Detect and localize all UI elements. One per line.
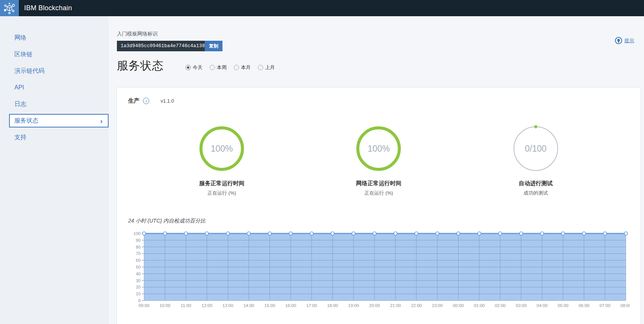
gauges-row: 100%服务正常运行时间正在运行 (%)100%网络正常运行时间正在运行 (%)… xyxy=(117,126,641,197)
blockchain-cube-icon xyxy=(3,2,16,15)
chart-title: 24 小时 (UTC) 内自检成功百分比 xyxy=(128,218,629,224)
time-filter-label: 今天 xyxy=(193,64,202,71)
time-filter-option-2[interactable]: 本月 xyxy=(234,64,251,71)
x-tick-label: 18:00 xyxy=(327,303,338,308)
x-tick-label: 06:00 xyxy=(578,303,589,308)
gauge-title: 自动进行测试 xyxy=(479,180,592,187)
data-point-marker xyxy=(435,232,439,235)
y-tick-label: 10 xyxy=(136,292,141,296)
y-tick-label: 40 xyxy=(136,272,141,276)
y-tick-label: 70 xyxy=(136,251,141,256)
x-tick-label: 11:00 xyxy=(181,303,191,308)
data-point-marker xyxy=(226,232,230,235)
time-filter-label: 本月 xyxy=(241,64,251,71)
main-content: 入门模板网络标识 1a3d9485cc09461ba4e7746c4a13895… xyxy=(109,16,644,324)
data-point-marker xyxy=(624,232,628,235)
x-tick-label: 09:00 xyxy=(139,303,150,308)
sidebar-item-support[interactable]: 支持 xyxy=(0,129,109,146)
data-point-marker xyxy=(205,232,209,235)
info-icon[interactable]: i xyxy=(143,98,149,104)
time-filter-label: 上月 xyxy=(265,64,275,71)
x-tick-label: 20:00 xyxy=(369,303,380,308)
sidebar-item-network[interactable]: 网络 xyxy=(0,29,109,46)
sidebar-item-label: 服务状态 xyxy=(14,117,38,125)
gauge-title: 服务正常运行时间 xyxy=(165,180,278,187)
top-section: 入门模板网络标识 1a3d9485cc09461ba4e7746c4a13895… xyxy=(109,16,644,74)
sidebar-nav: 网络区块链演示链代码API日志服务状态›支持 xyxy=(0,16,109,146)
data-point-marker xyxy=(247,232,250,235)
data-point-marker xyxy=(457,232,460,235)
y-tick-label: 80 xyxy=(136,245,141,249)
chart-svg: 010203040506070809010009:0010:0011:0012:… xyxy=(128,230,630,313)
x-tick-label: 16:00 xyxy=(285,303,296,308)
tips-label: 提示 xyxy=(624,37,634,44)
data-point-marker xyxy=(331,232,334,235)
data-point-marker xyxy=(143,232,146,235)
x-tick-label: 14:00 xyxy=(243,303,254,308)
data-point-marker xyxy=(394,232,397,235)
gauge-subtitle: 成功的测试 xyxy=(479,190,592,197)
lightbulb-icon xyxy=(615,37,622,44)
x-tick-label: 23:00 xyxy=(432,303,443,308)
gauge-ring: 100% xyxy=(199,126,244,171)
data-point-marker xyxy=(498,232,502,235)
sidebar-item-demo-chaincode[interactable]: 演示链代码 xyxy=(0,63,109,79)
gauge-title: 网络正常运行时间 xyxy=(322,180,435,187)
radio-icon[interactable] xyxy=(234,65,239,70)
sidebar-item-label: API xyxy=(14,84,24,91)
time-filter-option-1[interactable]: 本周 xyxy=(210,64,227,71)
data-point-marker xyxy=(268,232,271,235)
gauge-2: 0/100自动进行测试成功的测试 xyxy=(479,126,592,197)
app-title: IBM Blockchain xyxy=(24,4,72,12)
data-point-marker xyxy=(373,232,376,235)
data-point-marker xyxy=(540,232,544,235)
y-tick-label: 90 xyxy=(136,238,141,243)
page-title: 服务状态 xyxy=(117,58,164,74)
gauge-ring: 0/100 xyxy=(514,126,558,171)
x-tick-label: 03:00 xyxy=(516,303,527,308)
x-tick-label: 15:00 xyxy=(264,303,275,308)
selfcheck-area-chart: 010203040506070809010009:0010:0011:0012:… xyxy=(128,230,629,313)
y-tick-label: 30 xyxy=(136,278,141,283)
radio-icon[interactable] xyxy=(258,65,263,70)
radio-selected-icon[interactable] xyxy=(186,65,191,70)
x-tick-label: 08:00 xyxy=(621,303,630,308)
radio-icon[interactable] xyxy=(210,65,215,70)
ibm-blockchain-logo xyxy=(0,0,19,16)
data-point-marker xyxy=(561,232,565,235)
tips-link[interactable]: 提示 xyxy=(615,37,634,44)
card-header: 生产 i v1.1.0 xyxy=(117,88,641,104)
data-point-marker xyxy=(415,232,418,235)
y-tick-label: 60 xyxy=(136,258,141,263)
time-filter-option-3[interactable]: 上月 xyxy=(258,64,275,71)
y-tick-label: 20 xyxy=(136,285,141,289)
sidebar-item-api[interactable]: API xyxy=(0,79,109,96)
sidebar-item-label: 支持 xyxy=(14,134,26,141)
sidebar-item-blockchain[interactable]: 区块链 xyxy=(0,46,109,63)
data-point-marker xyxy=(184,232,188,235)
copy-button[interactable]: 复制 xyxy=(205,41,222,51)
sidebar-item-service-status[interactable]: 服务状态› xyxy=(9,114,109,127)
x-tick-label: 17:00 xyxy=(306,303,317,308)
network-id-row: 1a3d9485cc09461ba4e7746c4a138959 复制 xyxy=(117,41,222,51)
gauge-subtitle: 正在运行 (%) xyxy=(165,190,278,197)
gauge-value: 0/100 xyxy=(525,144,547,154)
time-filter-group: 今天本周本月上月 xyxy=(186,64,275,71)
data-point-marker xyxy=(603,232,607,235)
sidebar-item-logs[interactable]: 日志 xyxy=(0,96,109,112)
gauge-0: 100%服务正常运行时间正在运行 (%) xyxy=(165,126,278,197)
data-point-marker xyxy=(310,232,313,235)
chevron-right-icon: › xyxy=(100,117,103,124)
x-tick-label: 19:00 xyxy=(348,303,359,308)
gauge-ring: 100% xyxy=(356,126,401,171)
time-filter-label: 本周 xyxy=(217,64,227,71)
app-header: IBM Blockchain xyxy=(0,0,644,16)
time-filter-option-0[interactable]: 今天 xyxy=(186,64,202,71)
gauge-value: 100% xyxy=(368,144,390,154)
sidebar-item-label: 日志 xyxy=(14,100,26,108)
x-tick-label: 13:00 xyxy=(222,303,233,308)
x-tick-label: 21:00 xyxy=(390,303,401,308)
service-status-card: 生产 i v1.1.0 100%服务正常运行时间正在运行 (%)100%网络正常… xyxy=(117,87,641,324)
data-point-marker xyxy=(163,232,167,235)
y-tick-label: 50 xyxy=(136,265,141,269)
